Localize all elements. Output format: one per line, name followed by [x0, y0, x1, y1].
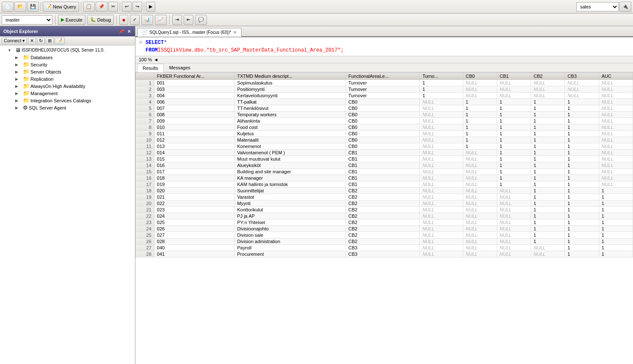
table-row[interactable]: 28 041 Procurement CB3 NULL NULL NULL NU… — [136, 251, 633, 257]
tree-node-replication[interactable]: ▶ 📁 Replication — [0, 75, 135, 82]
connect-dropdown-btn[interactable]: Connect ▾ — [2, 37, 27, 44]
table-row[interactable]: 10 012 Materiaalit CB0 NULL 1 1 1 1 NULL — [136, 137, 633, 143]
table-row[interactable]: 6 008 Temporaty workers CB0 NULL 1 1 1 1… — [136, 112, 633, 118]
table-row[interactable]: 20 022 Myynti CB2 NULL NULL NULL 1 1 1 — [136, 200, 633, 207]
check-icon: ✓ — [133, 17, 137, 22]
table-row[interactable]: 21 023 Konttorikulut CB2 NULL NULL NULL … — [136, 207, 633, 213]
include-client-stats[interactable]: 📈 — [155, 15, 167, 25]
run-btn[interactable]: ▶ — [146, 2, 155, 12]
undo-btn[interactable]: ↩ — [122, 2, 132, 12]
comment-icon: 💬 — [198, 17, 204, 22]
open-btn[interactable]: 📂 — [14, 2, 26, 12]
new-query-panel-icon: 📝 — [57, 38, 63, 43]
run-icon: ▶ — [149, 4, 152, 9]
sql-editor[interactable]: ⊟ SELECT * FROM ISSQlikView.dbo."tb_src_… — [135, 37, 633, 56]
redo-btn[interactable]: ↪ — [132, 2, 142, 12]
results-grid[interactable]: FKBER Functional Ar... TXTMD Medium desc… — [135, 72, 633, 364]
db-dropdown[interactable]: master — [2, 15, 52, 25]
stop-btn[interactable]: ■ — [119, 15, 128, 25]
tab-results[interactable]: Results — [137, 64, 164, 72]
new-query-icon: 📝 — [46, 4, 52, 9]
tree-node-sql-server-agent[interactable]: ▶ ⚙ SQL Server Agent — [0, 104, 135, 111]
main-container: Object Explorer 📌 ✕ Connect ▾ ✕ ↻ ⊞ 📝 ▼ … — [0, 26, 633, 364]
parse-btn[interactable]: ✓ — [130, 15, 140, 25]
table-row[interactable]: 19 021 Varastot CB2 NULL NULL NULL 1 1 1 — [136, 194, 633, 200]
sql-line-2: FROM ISSQlikView.dbo."tb_src_SAP_MasterD… — [139, 47, 630, 54]
results-tabs: Results Messages — [135, 63, 633, 72]
col-header-cb2: CB2 — [531, 73, 565, 80]
save-btn[interactable]: 💾 — [27, 2, 39, 12]
server-root-node[interactable]: ▼ 🖥 ISSFIDBHEL003\FOCUS (SQL Server 11.0… — [0, 47, 135, 54]
disconnect-btn[interactable]: ✕ — [28, 37, 36, 44]
table-row[interactable]: 15 017 Building and site manager CB1 NUL… — [136, 169, 633, 175]
tree-node-server-objects[interactable]: ▶ 📁 Server Objects — [0, 68, 135, 75]
col-header-turno: Turno... — [420, 73, 463, 80]
col-header-cb1: CB1 — [497, 73, 531, 80]
tree-node-alwayson-high-availability[interactable]: ▶ 📁 AlwaysOn High Availability — [0, 82, 135, 90]
table-row[interactable]: 1 001 Sopimuslaskutus Turnover 1 NULL NU… — [136, 80, 633, 86]
sql-line-1: ⊟ SELECT * — [139, 39, 630, 47]
filter-btn[interactable]: ⊞ — [46, 37, 54, 44]
refresh-btn[interactable]: ↻ — [37, 37, 45, 44]
sep5 — [55, 15, 55, 25]
redo-icon: ↪ — [135, 4, 139, 9]
server-dropdown[interactable]: sales — [576, 2, 619, 11]
filter-icon: ⊞ — [48, 38, 52, 43]
refresh-icon: ↻ — [39, 38, 43, 43]
table-row[interactable]: 26 028 Division admistration CB2 NULL NU… — [136, 238, 633, 245]
pin-icon[interactable]: 📌 — [118, 29, 125, 34]
close-panel-icon[interactable]: ✕ — [127, 29, 132, 34]
tree-node-security[interactable]: ▶ 📁 Security — [0, 61, 135, 68]
connect-btn[interactable]: 🔌 — [619, 2, 631, 12]
table-row[interactable]: 11 013 Konemenot CB0 NULL 1 1 1 1 NULL — [136, 143, 633, 150]
col-header-cb3: CB3 — [565, 73, 599, 80]
debug-btn[interactable]: 🐛 Debug — [87, 15, 114, 25]
table-row[interactable]: 27 040 Payroll CB3 NULL NULL NULL NULL 1… — [136, 245, 633, 251]
tab-messages[interactable]: Messages — [164, 63, 196, 72]
tab-close-btn[interactable]: ✕ — [233, 30, 237, 35]
cut-btn[interactable]: ✂ — [108, 2, 118, 12]
table-row[interactable]: 24 026 Divisioonajohto CB2 NULL NULL NUL… — [136, 226, 633, 232]
sql-query-tab[interactable]: 📄 SQLQuery1.sql - ISS...master (Focus (6… — [137, 28, 242, 37]
sep1 — [41, 2, 41, 11]
tab-bar: 📄 SQLQuery1.sql - ISS...master (Focus (6… — [135, 26, 633, 37]
table-row[interactable]: 22 024 PJ ja AP CB2 NULL NULL NULL 1 1 1 — [136, 213, 633, 219]
table-row[interactable]: 25 027 Division sale CB2 NULL NULL NULL … — [136, 232, 633, 238]
tree-view: ▼ 🖥 ISSFIDBHEL003\FOCUS (SQL Server 11.0… — [0, 46, 135, 364]
save-icon: 💾 — [30, 4, 36, 9]
paste-btn[interactable]: 📌 — [96, 2, 107, 12]
table-row[interactable]: 18 020 Suunnittelijat CB2 NULL NULL NULL… — [136, 188, 633, 194]
copy-btn[interactable]: 📋 — [83, 2, 95, 12]
table-row[interactable]: 3 004 Kertaveloitusmyynti Turnover 1 NUL… — [136, 93, 633, 99]
table-row[interactable]: 8 010 Food cost CB0 NULL 1 1 1 1 NULL — [136, 124, 633, 131]
table-row[interactable]: 23 025 PY:n Yhteiset CB2 NULL NULL NULL … — [136, 219, 633, 226]
new-query-btn[interactable]: 📝 New Query — [43, 2, 79, 12]
table-row[interactable]: 7 009 Alihankinta CB0 NULL 1 1 1 1 NULL — [136, 118, 633, 124]
sep6 — [116, 15, 117, 25]
stop-icon: ■ — [122, 17, 125, 22]
include-actual-plan[interactable]: 📊 — [141, 15, 153, 25]
panel-header-icons: 📌 ✕ — [118, 29, 132, 34]
table-row[interactable]: 9 011 Kuljetus CB0 NULL 1 1 1 1 NULL — [136, 131, 633, 137]
tree-node-databases[interactable]: ▶ 📁 Databases — [0, 54, 135, 61]
table-row[interactable]: 13 015 Muut muuttuvat kulut CB1 NULL NUL… — [136, 156, 633, 162]
table-row[interactable]: 17 019 KAM hallinto ja toimistok CB1 NUL… — [136, 181, 633, 188]
table-row[interactable]: 4 006 TT-palkat CB0 NULL 1 1 1 1 NULL — [136, 99, 633, 105]
table-row[interactable]: 16 018 KA manager CB1 NULL NULL 1 1 1 NU… — [136, 175, 633, 181]
paste-icon: 📌 — [99, 4, 105, 9]
table-row[interactable]: 12 014 Valvontamenot ( PEM ) CB1 NULL NU… — [136, 150, 633, 156]
table-row[interactable]: 2 003 Positiomyynti Turnover 1 NULL NULL… — [136, 86, 633, 93]
tree-node-management[interactable]: ▶ 📁 Management — [0, 90, 135, 97]
file-menu[interactable]: 📄 — [2, 2, 14, 12]
zoom-bar: 100 % ◄ — [135, 56, 633, 63]
indent-btn[interactable]: ⇥ — [172, 15, 182, 25]
table-row[interactable]: 5 007 TT-henkilösivut CB0 NULL 1 1 1 1 N… — [136, 105, 633, 112]
comment-btn[interactable]: 💬 — [195, 15, 207, 25]
outdent-btn[interactable]: ⇤ — [184, 15, 193, 25]
execute-btn[interactable]: ▶ Execute — [58, 15, 85, 25]
folder-icon: 📂 — [17, 4, 23, 9]
tree-node-integration-services-catalogs[interactable]: ▶ 📁 Integration Services Catalogs — [0, 97, 135, 104]
table-header-row: FKBER Functional Ar... TXTMD Medium desc… — [136, 73, 633, 80]
table-row[interactable]: 14 016 Alueyksiköt CB1 NULL NULL 1 1 1 N… — [136, 162, 633, 169]
new-query-panel-btn[interactable]: 📝 — [55, 37, 65, 44]
